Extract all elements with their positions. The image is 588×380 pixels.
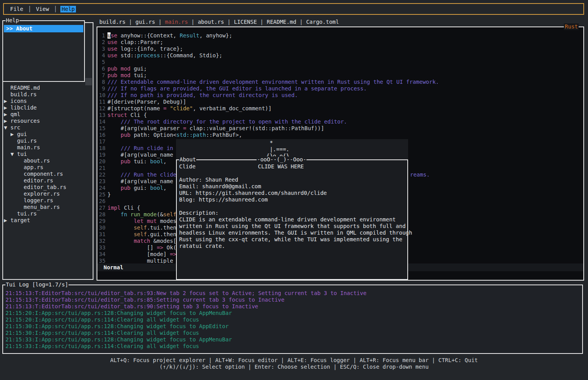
tab-separator: |	[296, 19, 306, 25]
file-indent	[4, 85, 11, 91]
keybinding-help-bar: ALT+Q: Focus project explorer | ALT+W: F…	[0, 357, 588, 370]
log-lines: 21:15:13:T:EditorTab:src/tui/editor_tab.…	[5, 290, 581, 350]
line-number: 32	[98, 238, 105, 244]
tree-item[interactable]: menu_bar.rs	[3, 204, 91, 210]
tree-item-label: resources	[11, 118, 40, 124]
tree-item[interactable]: about.rs	[3, 157, 91, 164]
log-line: 21:15:20:I:App:src/tui/app.rs:128:Changi…	[5, 310, 581, 316]
line-number: 13	[98, 112, 105, 118]
about-line: Blog: https://shaunreed.com	[179, 196, 406, 203]
code-line: 2use clap::Parser;	[98, 39, 583, 46]
tree-item[interactable]: ▶ target	[3, 217, 91, 224]
menu-item-help[interactable]: Help	[60, 6, 76, 12]
line-number: 25	[98, 191, 105, 198]
tab-separator: |	[188, 19, 198, 25]
tree-item[interactable]: build.rs	[3, 91, 91, 98]
tab-main.rs[interactable]: main.rs	[165, 19, 188, 25]
tree-item[interactable]: ▼ src	[3, 124, 91, 131]
line-number: 22	[98, 171, 105, 178]
line-number: 10	[98, 92, 105, 99]
chevron-right-icon: ▶	[11, 131, 17, 137]
keybinding-help-line2: (↑/k)/(↓/j): Select option | Enter: Choo…	[0, 364, 588, 370]
tui-log-panel[interactable]: Tui Log [log=1.7/s] 21:15:13:T:EditorTab…	[2, 285, 583, 354]
tab-build.rs[interactable]: build.rs	[99, 19, 125, 25]
tree-item-label: icons	[11, 98, 27, 104]
tree-item[interactable]: ▶ libclide	[3, 104, 91, 111]
tree-item-label: component.rs	[24, 171, 63, 177]
about-line: URL: https://git.shaunreed.com/shaunrd0/…	[179, 190, 406, 196]
chevron-right-icon: ▶	[4, 118, 11, 124]
code-line: 8/// Extendable command-line driven deve…	[98, 79, 583, 85]
tree-item-label: tui	[17, 151, 27, 157]
code-line: 11#[derive(Parser, Debug)]	[98, 99, 583, 105]
tab-about.rs[interactable]: about.rs	[198, 19, 224, 25]
about-line: Email: shaunrd0@gmail.com	[179, 183, 406, 190]
clide-tui-app: { "colors": { "accent_blue": "#2b99f0", …	[0, 0, 588, 380]
tree-item[interactable]: tui.rs	[3, 210, 91, 217]
code-line: 9/// If no flags are provided, the GUI e…	[98, 85, 583, 92]
line-number: 17	[98, 138, 105, 145]
tree-item[interactable]: gui.rs	[3, 138, 91, 144]
tab-Cargo.toml[interactable]: Cargo.toml	[306, 19, 339, 25]
tree-item-label: app.rs	[24, 164, 44, 170]
log-line: 21:15:20:I:App:src/tui/app.rs:114:Cleari…	[5, 316, 581, 323]
menu-separator: │	[54, 6, 57, 12]
about-line: CLIDE is an extendable command-line driv…	[179, 216, 406, 223]
about-dialog-box: About -ooO--(_)--Ooo- Clide CLIDE WAS HE…	[176, 159, 408, 280]
line-number: 33	[98, 244, 105, 251]
tree-item[interactable]: ▶ resources	[3, 118, 91, 124]
tree-item[interactable]: ▼ tui	[3, 151, 91, 157]
code-line: 6pub mod gui;	[98, 65, 583, 72]
code-line: 12#[structopt(name = "clide", verbatim_d…	[98, 105, 583, 112]
keybinding-help-line1: ALT+Q: Focus project explorer | ALT+W: F…	[0, 357, 588, 364]
file-indent	[11, 138, 17, 144]
about-line: ratatui crate.	[179, 243, 406, 249]
menu-bar: File│View│Help	[3, 3, 584, 15]
tree-item-label: libclide	[11, 104, 37, 111]
tree-item[interactable]: component.rs	[3, 171, 91, 177]
line-number: 14	[98, 118, 105, 125]
tree-item[interactable]: main.rs	[3, 144, 91, 151]
code-line: 10/// If no path is provided, the curren…	[98, 92, 583, 99]
help-dropdown-menu: Help >> About	[2, 20, 85, 82]
chevron-down-icon: ▼	[11, 151, 17, 157]
tree-item[interactable]: ▶ qml	[3, 111, 91, 118]
file-indent	[17, 171, 24, 177]
about-line: Author: Shaun Reed	[179, 177, 406, 183]
tree-item[interactable]: editor.rs	[3, 177, 91, 184]
tab-separator: |	[257, 19, 267, 25]
tree-item-label: qml	[11, 111, 20, 117]
file-indent	[17, 197, 24, 203]
line-number: 5	[98, 59, 105, 65]
line-number: 9	[98, 85, 105, 92]
tree-item[interactable]: logger.rs	[3, 197, 91, 204]
code-line: 3use log::{info, trace};	[98, 46, 583, 52]
code-line: 13struct Cli {	[98, 112, 583, 118]
line-number: 16	[98, 132, 105, 138]
tab-separator: |	[125, 19, 135, 25]
line-number: 34	[98, 251, 105, 258]
file-indent	[17, 164, 24, 170]
tab-README.md[interactable]: README.md	[267, 19, 296, 25]
tree-item[interactable]: ▶ icons	[3, 98, 91, 104]
menu-item-view[interactable]: View	[35, 6, 50, 12]
line-number: 4	[98, 52, 105, 59]
code-line: 4use std::process::{Command, Stdio};	[98, 52, 583, 59]
about-dialog: * |.===. {}o o{} About -ooO--(_)--Ooo- C…	[176, 139, 408, 280]
chevron-down-icon: ▼	[4, 124, 11, 131]
about-line: headless Linux environments. The GUI is …	[179, 230, 406, 236]
tab-LICENSE[interactable]: LICENSE	[234, 19, 257, 25]
tree-item-label: editor.rs	[24, 177, 53, 184]
file-indent	[11, 144, 17, 150]
tree-item[interactable]: app.rs	[3, 164, 91, 171]
tree-item[interactable]: explorer.rs	[3, 191, 91, 197]
menu-item-file[interactable]: File	[9, 6, 25, 12]
tree-item[interactable]: ▶ gui	[3, 131, 91, 138]
line-number: 6	[98, 65, 105, 72]
tree-item[interactable]: README.md	[3, 85, 91, 91]
about-dialog-content: Clide CLIDE WAS HERE Author: Shaun ReedE…	[179, 163, 406, 249]
menu-item-about[interactable]: >> About	[4, 25, 83, 32]
tab-gui.rs[interactable]: gui.rs	[136, 19, 155, 25]
about-line	[179, 170, 406, 177]
tree-item[interactable]: editor_tab.rs	[3, 184, 91, 191]
